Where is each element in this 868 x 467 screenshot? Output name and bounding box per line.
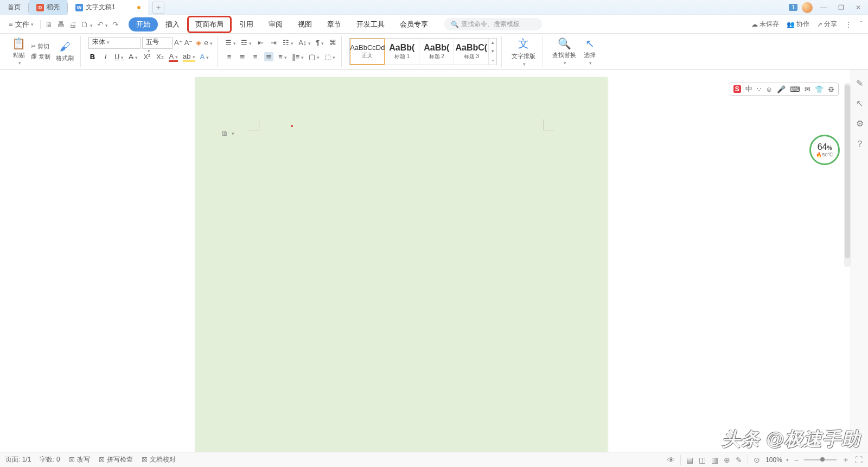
menu-tab-references[interactable]: 引用 [232,17,261,32]
maximize-button[interactable]: ❐ [834,2,847,13]
scrollbar-thumb[interactable] [845,85,850,258]
cut-button[interactable]: ✂剪切 [31,42,50,51]
menu-tab-view[interactable]: 视图 [290,17,320,32]
rewrite-button[interactable]: ☒改写 [69,455,90,464]
notification-badge[interactable]: 1 [789,4,797,11]
ime-toolbar[interactable]: S 中 ⸪ ☺ 🎤 ⌨ ✉ 👕 ⯐ [730,83,839,96]
text-effects-button[interactable]: A [200,53,209,61]
tab-home[interactable]: 首页 [0,0,28,15]
increase-indent-button[interactable]: ⇥ [270,39,278,47]
subscript-button[interactable]: X₂ [156,53,164,61]
add-tab-button[interactable]: ＋ [152,2,164,14]
more-menu-icon[interactable]: ⋮ [845,20,852,29]
style-heading3[interactable]: AaBbC(标题 3 [454,39,489,65]
distribute-button[interactable]: ≡ [278,53,287,61]
ime-message-icon[interactable]: ✉ [805,85,810,93]
highlight-button[interactable]: ab [183,52,195,62]
style-gallery-arrows[interactable]: ▲▼⌄ [489,39,496,65]
shrink-font-button[interactable]: A⁻ [184,39,193,47]
zoom-level[interactable]: 100% [765,456,789,464]
ime-tools-icon[interactable]: ⯐ [828,85,835,93]
undo-icon[interactable]: ↶ [97,20,108,29]
user-avatar[interactable] [802,2,813,13]
spellcheck-button[interactable]: ☒拼写检查 [99,455,133,464]
command-search[interactable]: 🔍 查找命令、搜索模板 [444,18,542,30]
vertical-scrollbar[interactable] [844,83,851,267]
zoom-slider[interactable] [804,459,837,460]
copy-button[interactable]: 🗐复制 [31,53,50,61]
style-heading1[interactable]: AaBb(标题 1 [385,39,419,65]
select-button[interactable]: ↖选择 [582,36,598,67]
borders-button[interactable]: ⬚ [324,53,335,61]
menu-tab-developer[interactable]: 开发工具 [349,17,392,32]
font-color-button[interactable]: A [169,52,178,62]
style-normal[interactable]: AaBbCcDd正文 [350,39,385,65]
sort-button[interactable]: ☷ [283,39,293,47]
eye-icon[interactable]: 👁 [667,456,675,464]
file-menu[interactable]: ≡文件 [5,18,37,31]
word-count[interactable]: 字数: 0 [40,455,60,464]
bullets-button[interactable]: ☰ [225,39,236,47]
selection-icon[interactable]: ↖ [856,98,863,109]
print-layout-icon[interactable]: ▤ [686,456,693,464]
print-icon[interactable]: 🖨 [69,20,76,29]
help-icon[interactable]: ？ [856,138,864,150]
find-replace-button[interactable]: 🔍查找替换 [550,36,578,67]
page-indicator[interactable]: 页面: 1/1 [5,455,31,464]
pencil-icon[interactable]: ✎ [856,78,863,89]
menu-tab-vip[interactable]: 会员专享 [392,17,436,32]
share-button[interactable]: ↗分享 [817,20,837,29]
text-direction-button[interactable]: A↕ [298,39,311,47]
menu-tab-start[interactable]: 开始 [129,17,158,31]
document-canvas[interactable]: 🗎 [0,70,851,452]
decrease-indent-button[interactable]: ⇤ [257,39,265,47]
grow-font-button[interactable]: A⁺ [174,39,183,47]
menu-tab-chapter[interactable]: 章节 [320,17,349,32]
toggle-marks-button[interactable]: ¶ [316,39,324,47]
proofread-button[interactable]: ☒文档校对 [142,455,176,464]
tab-docer[interactable]: D 稻壳 [29,0,67,15]
style-heading2[interactable]: AaBb(标题 2 [419,39,454,65]
export-icon[interactable]: 🗋 [81,20,93,29]
ime-lang[interactable]: 中 [745,84,752,94]
zoom-slider-icon[interactable]: ⊙ [754,456,760,464]
underline-button[interactable]: U [114,53,124,61]
ime-voice-icon[interactable]: 🎤 [777,85,786,93]
print-preview-icon[interactable]: 🖶 [57,20,65,29]
menu-tab-review[interactable]: 审阅 [261,17,290,32]
ime-keyboard-icon[interactable]: ⌨ [790,85,800,93]
collab-button[interactable]: 👥协作 [787,20,809,29]
unsaved-status[interactable]: ☁未保存 [751,20,779,29]
annotation-icon[interactable]: ✎ [736,456,742,464]
minimize-button[interactable]: — [817,2,830,13]
align-center-button[interactable]: ≣ [238,53,246,61]
paste-button[interactable]: 📋粘贴 [10,36,28,67]
align-left-button[interactable]: ≡ [225,53,233,61]
page-options-button[interactable]: 🗎 [221,129,234,137]
font-name-select[interactable]: 宋体 [88,37,141,49]
format-painter-button[interactable]: 🖌格式刷 [54,40,76,64]
strikethrough-button[interactable]: A̶ [129,53,138,61]
zoom-out-button[interactable]: − [794,456,799,464]
align-justify-button[interactable]: ≣ [264,52,273,61]
zoom-in-button[interactable]: ＋ [842,455,850,465]
menu-tab-page-layout[interactable]: 页面布局 [187,16,232,33]
performance-badge[interactable]: 64% 🔥50℃ [809,135,840,165]
text-layout-button[interactable]: ⽂文字排版 [509,35,538,68]
web-layout-icon[interactable]: ⊕ [724,456,730,464]
outline-view-icon[interactable]: ◫ [699,456,706,464]
bold-button[interactable]: B [88,53,97,61]
collapse-ribbon-icon[interactable]: ˆ [860,20,863,29]
page[interactable]: 🗎 [195,77,608,452]
line-spacing-button[interactable]: ‖≡ [292,53,304,61]
align-right-button[interactable]: ≡ [251,53,259,61]
italic-button[interactable]: I [101,53,110,61]
insert-link-button[interactable]: ⌘ [329,39,337,47]
ime-skin-icon[interactable]: 👕 [815,85,824,93]
ime-punct-icon[interactable]: ⸪ [757,85,761,93]
shading-button[interactable]: ▢ [309,53,320,61]
style-gallery[interactable]: AaBbCcDd正文 AaBb(标题 1 AaBb(标题 2 AaBbC(标题 … [349,38,497,65]
menu-tab-insert[interactable]: 插入 [158,17,187,32]
font-size-select[interactable]: 五号 [142,37,173,49]
clear-format-button[interactable]: ◈ [194,39,202,47]
